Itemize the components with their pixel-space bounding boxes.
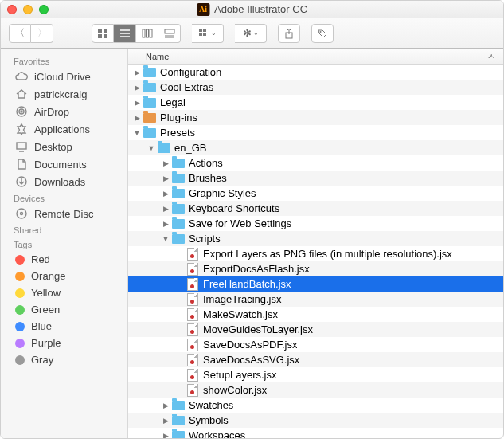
folder-row[interactable]: ▼en_GB [128,140,503,155]
share-button[interactable] [278,24,300,43]
disclosure-triangle-icon[interactable]: ▶ [160,159,171,167]
view-mode-segment [92,24,181,43]
disclosure-triangle-icon[interactable]: ▼ [146,144,157,152]
sidebar-item[interactable]: Orange [1,268,127,284]
file-row[interactable]: SaveDocsAsPDF.jsx [128,337,503,352]
file-row[interactable]: ExportDocsAsFlash.jsx [128,261,503,276]
column-header[interactable]: Name ㅅ [128,49,503,65]
file-row[interactable]: Export Layers as PNG files (in multiple … [128,246,503,261]
file-row[interactable]: MakeSwatch.jsx [128,307,503,322]
maximize-window-button[interactable] [39,5,49,14]
svg-rect-3 [104,34,107,38]
row-label: Plug-ins [160,112,197,123]
row-label: MoveGuidesToLayer.jsx [203,323,313,335]
row-label: FreeHandBatch.jsx [203,278,291,290]
sidebar-item[interactable]: Documents [1,155,127,173]
folder-row[interactable]: ▶Legal [128,95,503,110]
desktop-icon [15,140,28,153]
arrange-button[interactable]: ⌄ [192,24,224,43]
tag-dot-icon [15,322,25,331]
disclosure-triangle-icon[interactable]: ▶ [160,174,171,182]
sidebar-item[interactable]: Red [1,251,127,268]
script-file-icon [186,293,199,306]
sidebar-item[interactable]: Downloads [1,173,127,190]
disclosure-triangle-icon[interactable]: ▶ [131,99,143,107]
folder-row[interactable]: ▼Scripts [128,231,503,246]
disclosure-triangle-icon[interactable]: ▶ [160,205,171,213]
sidebar-item[interactable]: Green [1,301,127,318]
minimize-window-button[interactable] [23,5,33,14]
home-icon [15,88,28,100]
folder-row[interactable]: ▶Actions [128,155,503,171]
disclosure-triangle-icon[interactable]: ▶ [160,190,171,198]
folder-icon [172,399,185,412]
close-window-button[interactable] [7,5,17,14]
back-button[interactable]: 〈 [9,24,31,43]
sidebar-item-label: Downloads [34,176,85,188]
folder-icon [172,157,185,170]
sidebar-item[interactable]: AirDrop [1,103,127,120]
sidebar-section-header: Favorites [1,53,127,68]
file-row[interactable]: MoveGuidesToLayer.jsx [128,322,503,337]
disclosure-triangle-icon[interactable]: ▶ [160,417,171,425]
disclosure-triangle-icon[interactable]: ▼ [131,129,143,137]
file-row[interactable]: FreeHandBatch.jsx [128,276,503,292]
sidebar-item[interactable]: Yellow [1,284,127,301]
list-view-button[interactable] [114,24,136,43]
row-label: Configuration [160,66,221,78]
file-row[interactable]: SetupLayers.jsx [128,367,503,382]
sidebar-item-label: Purple [31,337,61,349]
script-file-icon [186,248,199,261]
file-row[interactable]: ImageTracing.jsx [128,292,503,307]
action-button[interactable]: ✻⌄ [235,24,267,43]
disclosure-triangle-icon[interactable]: ▶ [160,220,171,228]
disclosure-triangle-icon[interactable]: ▶ [131,84,143,92]
row-label: Cool Extras [160,81,213,93]
sidebar-item[interactable]: iCloud Drive [1,68,127,85]
forward-button[interactable]: 〉 [31,24,53,43]
sidebar-item-label: AirDrop [34,106,69,118]
toolbar: 〈 〉 ⌄ ✻⌄ [1,18,503,49]
folder-icon [172,414,185,427]
column-view-button[interactable] [136,24,158,43]
folder-row[interactable]: ▼Presets [128,125,503,140]
file-list-pane: Name ㅅ ▶Configuration▶Cool Extras▶Legal▶… [128,49,503,438]
file-row[interactable]: showColor.jsx [128,382,503,398]
folder-row[interactable]: ▶Swatches [128,398,503,413]
folder-icon [143,66,156,79]
sidebar-item[interactable]: Remote Disc [1,205,127,222]
tag-dot-icon [15,255,25,265]
disclosure-triangle-icon[interactable]: ▶ [160,402,171,410]
disclosure-triangle-icon[interactable]: ▶ [131,114,143,122]
row-label: Swatches [189,399,233,411]
disclosure-triangle-icon[interactable]: ▶ [160,432,171,439]
folder-row[interactable]: ▶Symbols [128,413,503,428]
sidebar-item[interactable]: patrickcraig [1,85,127,103]
folder-row[interactable]: ▶Brushes [128,171,503,186]
folder-icon [143,81,156,94]
sidebar-item[interactable]: Applications [1,120,127,138]
file-row[interactable]: SaveDocsAsSVG.jsx [128,352,503,367]
column-name-header[interactable]: Name [128,52,503,61]
folder-row[interactable]: ▶Save for Web Settings [128,216,503,231]
svg-rect-16 [203,33,206,36]
icon-view-button[interactable] [92,24,114,43]
folder-row[interactable]: ▶Keyboard Shortcuts [128,201,503,216]
sidebar-item[interactable]: Gray [1,351,127,368]
sidebar-item[interactable]: Blue [1,318,127,335]
disclosure-triangle-icon[interactable]: ▼ [160,235,171,243]
svg-rect-15 [199,33,202,36]
folder-row[interactable]: ▶Cool Extras [128,80,503,95]
folder-row[interactable]: ▶Plug-ins [128,110,503,125]
sidebar-item[interactable]: Purple [1,335,127,351]
sidebar-item-label: patrickcraig [34,88,87,100]
svg-point-19 [320,31,322,33]
edit-tags-button[interactable] [311,24,334,43]
folder-row[interactable]: ▶Configuration [128,65,503,80]
row-label: Scripts [189,233,221,245]
folder-row[interactable]: ▶Workspaces [128,428,503,438]
sidebar-item[interactable]: Desktop [1,138,127,155]
folder-row[interactable]: ▶Graphic Styles [128,186,503,201]
coverflow-view-button[interactable] [158,24,181,43]
disclosure-triangle-icon[interactable]: ▶ [131,69,143,76]
